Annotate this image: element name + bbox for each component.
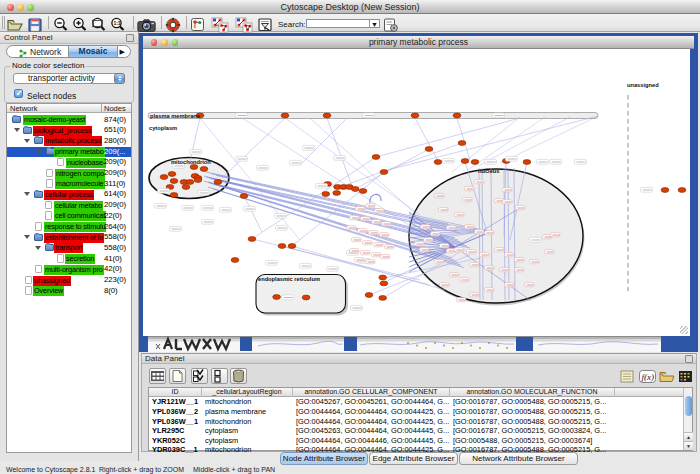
svg-text:mitochondrion: mitochondrion: [171, 159, 211, 165]
svg-text:f(x): f(x): [642, 372, 655, 382]
svg-text:1:1: 1:1: [113, 20, 120, 26]
svg-text:cytoplasm: cytoplasm: [149, 125, 177, 131]
svg-text:nucleus: nucleus: [478, 168, 500, 174]
svg-text:endoplasmic reticulum: endoplasmic reticulum: [258, 276, 320, 282]
svg-text:unassigned: unassigned: [627, 82, 659, 88]
svg-text:plasma membrane: plasma membrane: [150, 113, 200, 119]
